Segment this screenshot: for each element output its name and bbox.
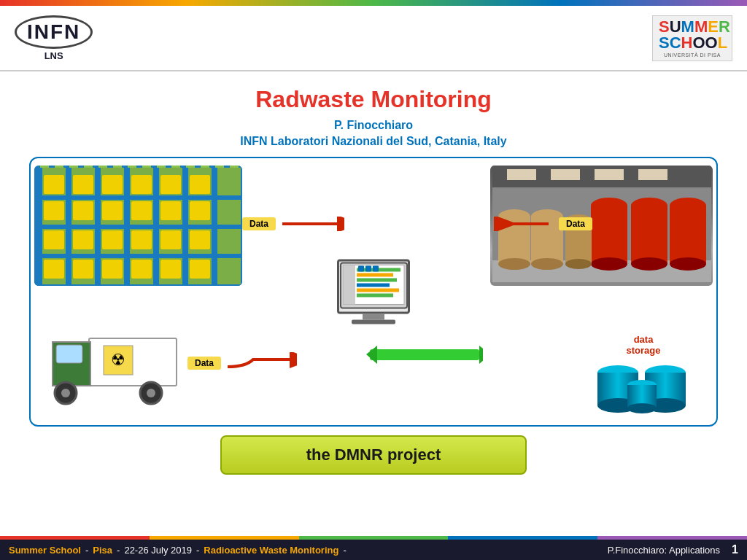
svg-rect-39 (595, 169, 624, 180)
header: INFN LNS SUMMER SCHOOL UNIVERSITÀ DI PIS… (0, 6, 747, 71)
svg-rect-13 (102, 175, 123, 194)
svg-rect-20 (131, 201, 152, 220)
summer-text: SUMMER (659, 19, 726, 35)
svg-rect-8 (36, 195, 241, 200)
sep2: - (117, 545, 120, 556)
letter-sc: SC (659, 34, 681, 52)
svg-rect-71 (373, 265, 379, 271)
svg-point-59 (565, 259, 592, 269)
svg-point-53 (631, 257, 667, 271)
svg-point-80 (147, 389, 155, 397)
svg-rect-32 (131, 260, 152, 279)
infn-logo: INFN LNS (15, 15, 93, 61)
cylinders-svg (592, 359, 694, 418)
red-arrow-right (490, 217, 556, 231)
green-arrow (366, 342, 483, 370)
svg-rect-17 (44, 201, 64, 220)
svg-rect-11 (44, 175, 64, 194)
truck-area: ☢ (45, 327, 184, 411)
svg-rect-76 (56, 345, 82, 363)
svg-rect-70 (365, 265, 371, 271)
svg-point-78 (61, 389, 70, 397)
monitor (337, 260, 410, 314)
svg-rect-19 (102, 201, 123, 220)
bottom-nav: Summer School - Pisa - 22-26 July 2019 -… (9, 543, 738, 556)
footer-topic: Radioactive Waste Monitoring (204, 545, 338, 556)
infn-text: INFN (27, 22, 80, 42)
monitor-svg (339, 261, 408, 312)
letter-oo: OO (692, 34, 717, 52)
diagram-box: Data Data (29, 157, 718, 427)
right-arrow-top: Data (490, 217, 592, 231)
affiliation: INFN Laboratori Nazionali del Sud, Catan… (22, 135, 725, 148)
dmnr-box: the DMNR project (220, 435, 527, 475)
svg-rect-55 (670, 206, 706, 264)
bottom-right: P.Finocchiaro: Applications 1 (608, 543, 738, 556)
infn-oval: INFN (15, 15, 93, 49)
svg-rect-64 (357, 273, 393, 276)
author: P. Finocchiaro (22, 119, 725, 132)
data-badge-2: Data (559, 217, 592, 230)
svg-rect-33 (160, 260, 181, 279)
summer-school-box: SUMMER SCHOOL UNIVERSITÀ DI PISA (652, 15, 732, 61)
svg-marker-93 (366, 346, 377, 364)
svg-point-47 (531, 258, 563, 270)
svg-rect-68 (357, 293, 393, 297)
svg-rect-9 (36, 225, 241, 229)
summer-school-logo: SUMMER SCHOOL UNIVERSITÀ DI PISA (652, 15, 732, 61)
svg-marker-94 (479, 346, 483, 364)
storage-label: datastorage (627, 334, 661, 356)
svg-rect-27 (160, 230, 181, 249)
svg-rect-92 (370, 349, 479, 360)
svg-rect-65 (357, 278, 397, 281)
svg-rect-40 (638, 169, 667, 180)
footer-pisa: Pisa (93, 545, 112, 556)
top-color-bar (0, 0, 747, 6)
svg-rect-22 (190, 201, 210, 220)
storage-area: datastorage (592, 334, 694, 418)
photo-left (34, 166, 242, 286)
letter-l: L (718, 34, 727, 52)
data-badge-3: Data (187, 357, 221, 370)
monitor-area (337, 260, 410, 324)
svg-rect-29 (44, 260, 64, 279)
slide-title: Radwaste Monitoring (22, 86, 725, 113)
page-number: 1 (732, 543, 738, 556)
svg-rect-69 (358, 265, 364, 271)
green-arrow-svg (366, 342, 483, 368)
svg-rect-34 (190, 260, 210, 279)
monitor-stand (363, 314, 384, 320)
letter-h: H (681, 34, 693, 52)
truck-arrow: Data (187, 352, 297, 374)
svg-rect-37 (507, 169, 536, 180)
svg-rect-52 (631, 206, 667, 264)
svg-rect-15 (160, 175, 181, 194)
sep1: - (85, 545, 88, 556)
photo-left-inner (34, 166, 242, 286)
svg-rect-10 (36, 254, 241, 258)
svg-point-50 (591, 257, 627, 271)
svg-point-56 (670, 257, 706, 271)
svg-rect-16 (190, 175, 210, 194)
sep3: - (196, 545, 199, 556)
university-text: UNIVERSITÀ DI PISA (659, 52, 726, 58)
svg-rect-12 (73, 175, 93, 194)
svg-text:☢: ☢ (111, 351, 125, 369)
left-arrow-top: Data (242, 217, 344, 231)
svg-rect-23 (44, 230, 64, 249)
svg-rect-14 (131, 175, 152, 194)
svg-rect-26 (131, 230, 152, 249)
truck-arrow-svg (224, 352, 297, 374)
svg-point-44 (498, 258, 530, 270)
data-badge-1: Data (242, 217, 276, 230)
footer-summer-school: Summer School (9, 545, 81, 556)
svg-rect-67 (357, 288, 399, 292)
left-photo-svg (36, 168, 241, 284)
lns-text: LNS (44, 50, 63, 61)
sep4: - (343, 545, 346, 556)
svg-rect-62 (344, 265, 355, 304)
svg-rect-25 (102, 230, 123, 249)
svg-rect-18 (73, 201, 93, 220)
svg-rect-30 (73, 260, 93, 279)
monitor-base (352, 320, 395, 324)
